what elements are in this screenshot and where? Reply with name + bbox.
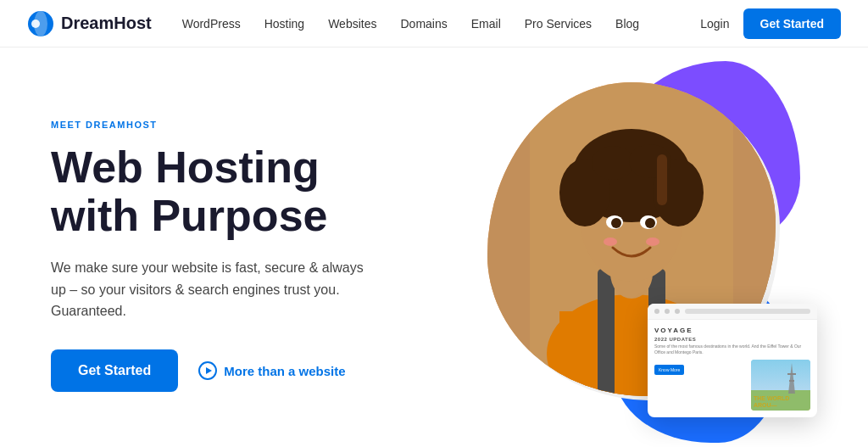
svg-marker-26 — [788, 363, 795, 394]
svg-point-13 — [592, 146, 634, 180]
play-triangle — [206, 367, 212, 374]
svg-point-18 — [611, 218, 621, 228]
voyage-label: VOYAGE — [654, 327, 810, 334]
nav-domains[interactable]: Domains — [400, 17, 447, 31]
nav-blog[interactable]: Blog — [615, 17, 639, 31]
more-than-website-button[interactable]: More than a website — [198, 361, 345, 380]
dreamhost-logo-icon — [27, 10, 54, 37]
svg-rect-28 — [789, 380, 794, 382]
site-preview-card: VOYAGE 2022 UPDATES Some of the most fam… — [648, 304, 817, 417]
preview-body-text: Some of the most famous destinations in … — [654, 344, 810, 355]
browser-address-bar — [685, 309, 810, 314]
know-more-btn: Know More — [654, 365, 684, 375]
site-preview-header — [648, 304, 817, 320]
hero-content: MEET DREAMHOST Web Hosting with Purpose … — [51, 120, 458, 392]
meet-label: MEET DREAMHOST — [51, 120, 458, 130]
svg-rect-24 — [487, 82, 530, 396]
logo[interactable]: DreamHost — [27, 10, 152, 37]
svg-point-21 — [646, 237, 659, 246]
svg-rect-6 — [598, 269, 615, 396]
site-preview-big-text: THE WORLD AROU— — [754, 395, 789, 408]
nav-pro-services[interactable]: Pro Services — [525, 17, 592, 31]
eiffel-tower-icon — [782, 361, 802, 394]
hero-section: MEET DREAMHOST Web Hosting with Purpose … — [0, 47, 868, 447]
site-preview-images: Know More THE W — [654, 360, 810, 411]
get-started-nav-button[interactable]: Get Started — [743, 8, 841, 39]
preview-left-content: Know More — [654, 360, 748, 411]
login-button[interactable]: Login — [700, 17, 729, 31]
nav-wordpress[interactable]: WordPress — [182, 17, 241, 31]
browser-dot-3 — [675, 309, 680, 314]
svg-rect-15 — [657, 154, 667, 205]
hero-title-line2: with Purpose — [51, 191, 327, 240]
svg-rect-27 — [787, 373, 796, 375]
nav-hosting[interactable]: Hosting — [264, 17, 304, 31]
nav-email[interactable]: Email — [471, 17, 501, 31]
site-preview-body: VOYAGE 2022 UPDATES Some of the most fam… — [648, 320, 817, 417]
preview-right-image: THE WORLD AROU— — [751, 360, 810, 411]
hero-visual: VOYAGE 2022 UPDATES Some of the most fam… — [458, 78, 817, 434]
svg-point-2 — [31, 20, 40, 28]
navbar: DreamHost WordPress Hosting Websites Dom… — [0, 0, 868, 47]
updates-label: 2022 UPDATES — [654, 337, 810, 342]
nav-websites[interactable]: Websites — [328, 17, 376, 31]
logo-text: DreamHost — [61, 14, 152, 33]
browser-dot-1 — [654, 309, 659, 314]
get-started-hero-button[interactable]: Get Started — [51, 349, 178, 392]
hero-actions: Get Started More than a website — [51, 349, 458, 392]
play-icon — [198, 361, 217, 380]
nav-links: WordPress Hosting Websites Domains Email… — [182, 16, 701, 31]
hero-title-line1: Web Hosting — [51, 142, 320, 192]
browser-dot-2 — [665, 309, 670, 314]
hero-subtitle: We make sure your website is fast, secur… — [51, 257, 373, 322]
nav-actions: Login Get Started — [700, 8, 841, 39]
svg-point-20 — [604, 237, 617, 246]
hero-title: Web Hosting with Purpose — [51, 143, 458, 240]
svg-point-19 — [645, 218, 655, 228]
more-label: More than a website — [224, 364, 345, 378]
